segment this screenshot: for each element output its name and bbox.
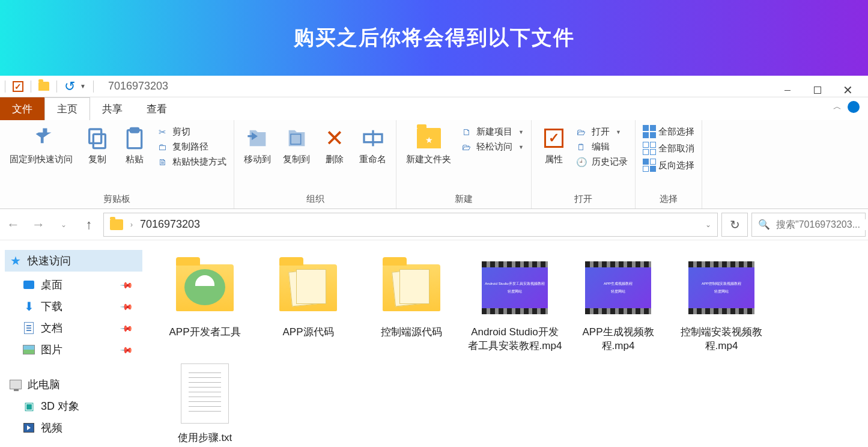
pin-to-quick-access-button[interactable]: 固定到快速访问 [5, 124, 77, 167]
folder-icon [172, 255, 238, 321]
copy-button[interactable]: 复制 [80, 124, 115, 167]
file-item[interactable]: 控制端源代码 [360, 251, 463, 357]
search-box[interactable]: 🔍 [751, 213, 866, 237]
deselect-all-button[interactable]: 全部取消 [643, 142, 694, 155]
label: 复制路径 [172, 141, 208, 153]
path-icon: 🗀 [157, 142, 168, 152]
tab-file[interactable]: 文件 [0, 97, 44, 120]
pc-icon [10, 379, 22, 391]
svg-rect-3 [130, 128, 138, 132]
folder-icon [378, 255, 445, 321]
video-icon [23, 422, 35, 434]
group-label: 新建 [401, 191, 526, 207]
quick-access-toolbar: ✓ ↺ ▼ 7016973203 [0, 76, 868, 97]
history-icon: 🕘 [576, 157, 587, 168]
separator [31, 81, 31, 93]
sidebar-downloads[interactable]: ⬇ 下载 📌 [5, 296, 142, 317]
refresh-button[interactable]: ↻ [721, 213, 748, 237]
file-item[interactable]: APP开发者工具 [153, 251, 256, 357]
label: 轻松访问 [476, 141, 512, 153]
label: 下载 [41, 299, 62, 314]
cut-button[interactable]: ✂剪切 [157, 126, 226, 138]
pin-icon: 📌 [120, 278, 133, 291]
picture-icon [23, 344, 35, 356]
tab-share[interactable]: 共享 [90, 97, 135, 120]
file-item[interactable]: 使用步骤.txt [153, 357, 256, 447]
pin-icon: 📌 [120, 342, 133, 356]
file-item[interactable]: APP生成视频教程轻度网站 APP生成视频教程.mp4 [566, 251, 670, 357]
copy-to-button[interactable]: 复制到 [278, 124, 315, 167]
ribbon-group-new: 新建文件夹 🗋新建项目▼ 🗁轻松访问▼ 新建 [396, 120, 532, 208]
copy-path-button[interactable]: 🗀复制路径 [157, 141, 226, 153]
paste-button[interactable]: 粘贴 [117, 124, 152, 167]
dropdown-arrow-icon[interactable]: ▼ [80, 83, 86, 90]
tab-view[interactable]: 查看 [135, 97, 179, 120]
rename-button[interactable]: 重命名 [354, 124, 391, 167]
sidebar-documents[interactable]: 文档 📌 [5, 317, 142, 339]
close-button[interactable]: ✕ [840, 83, 855, 97]
search-input[interactable] [776, 219, 868, 230]
up-button[interactable]: ↑ [78, 214, 100, 236]
maximize-button[interactable] [810, 83, 825, 97]
pin-icon: 📌 [120, 299, 133, 313]
ribbon-group-clipboard: 固定到快速访问 复制 粘贴 ✂剪切 🗀复制路径 🗎粘贴快捷方式 剪贴板 [0, 120, 234, 208]
ribbon-tabs: 文件 主页 共享 查看 ︿ [0, 97, 868, 120]
easy-access-button[interactable]: 🗁轻松访问▼ [461, 141, 524, 153]
collapse-ribbon-icon[interactable]: ︿ [833, 102, 842, 112]
scissors-icon: ✂ [157, 127, 168, 138]
dropdown-arrow-icon: ▼ [518, 129, 524, 135]
chevron-down-icon[interactable]: ⌄ [705, 220, 711, 229]
invert-selection-button[interactable]: 反向选择 [643, 159, 694, 172]
back-button[interactable]: ← [2, 214, 24, 236]
label: 此电脑 [28, 377, 60, 392]
file-list: APP开发者工具 APP源代码 控制端源代码 Android Studio开发工… [147, 240, 868, 447]
navigation-bar: ← → ⌄ ↑ › 7016973203 ⌄ ↻ 🔍 [0, 209, 868, 240]
move-to-button[interactable]: 移动到 [239, 124, 276, 167]
easy-access-icon: 🗁 [461, 142, 472, 152]
select-all-button[interactable]: 全部选择 [643, 125, 694, 138]
label: 全部选择 [658, 126, 694, 138]
file-name: 使用步骤.txt [178, 431, 232, 445]
paste-shortcut-button[interactable]: 🗎粘贴快捷方式 [157, 156, 226, 168]
cube-icon: ▣ [23, 400, 35, 412]
svg-rect-1 [90, 129, 102, 143]
folder-icon[interactable] [38, 82, 49, 91]
edit-button[interactable]: 🗒编辑 [576, 141, 628, 153]
file-item[interactable]: APP控制端安装视频教程轻度网站 控制端安装视频教程.mp4 [670, 251, 773, 357]
copy-icon [85, 126, 109, 150]
label: 粘贴 [126, 154, 144, 165]
open-button[interactable]: 🗁打开▼ [576, 126, 628, 138]
pin-icon: 📌 [120, 321, 133, 335]
help-icon[interactable] [848, 101, 860, 113]
tab-home[interactable]: 主页 [44, 97, 90, 120]
folder-icon [275, 255, 341, 321]
dropdown-arrow-icon: ▼ [518, 144, 524, 150]
history-button[interactable]: 🕘历史记录 [576, 156, 628, 168]
open-icon: 🗁 [576, 127, 587, 137]
properties-button[interactable]: ✓ 属性 [536, 124, 571, 167]
sidebar-video[interactable]: 视频 [5, 417, 142, 439]
sidebar-3d-objects[interactable]: ▣ 3D 对象 [5, 395, 142, 417]
sidebar-quick-access[interactable]: ★ 快速访问 [5, 250, 142, 272]
group-label: 剪贴板 [5, 191, 229, 207]
address-bar[interactable]: › 7016973203 ⌄ [103, 213, 718, 237]
promo-banner: 购买之后你将会得到以下文件 [0, 0, 868, 76]
minimize-button[interactable]: ─ [780, 83, 795, 97]
sidebar-pictures[interactable]: 图片 📌 [5, 339, 142, 360]
file-item[interactable]: Android Studio开发工具安装视频教程轻度网站 Android Stu… [463, 251, 566, 357]
separator [56, 81, 57, 93]
file-name: Android Studio开发者工具安装教程.mp4 [467, 326, 563, 353]
new-item-button[interactable]: 🗋新建项目▼ [461, 126, 524, 138]
forward-button[interactable]: → [28, 214, 49, 236]
file-item[interactable]: APP源代码 [256, 251, 360, 357]
new-folder-button[interactable]: 新建文件夹 [401, 124, 456, 167]
navigation-pane: ★ 快速访问 桌面 📌 ⬇ 下载 📌 文档 📌 图片 📌 此电脑 [0, 240, 147, 447]
label: 打开 [592, 126, 610, 138]
recent-dropdown[interactable]: ⌄ [53, 214, 74, 236]
label: 删除 [326, 154, 344, 165]
sidebar-this-pc[interactable]: 此电脑 [5, 374, 142, 395]
undo-icon[interactable]: ↺ [64, 79, 75, 94]
sidebar-desktop[interactable]: 桌面 📌 [5, 274, 142, 296]
properties-icon[interactable]: ✓ [13, 81, 23, 92]
delete-button[interactable]: ✕ 删除 [317, 124, 352, 167]
